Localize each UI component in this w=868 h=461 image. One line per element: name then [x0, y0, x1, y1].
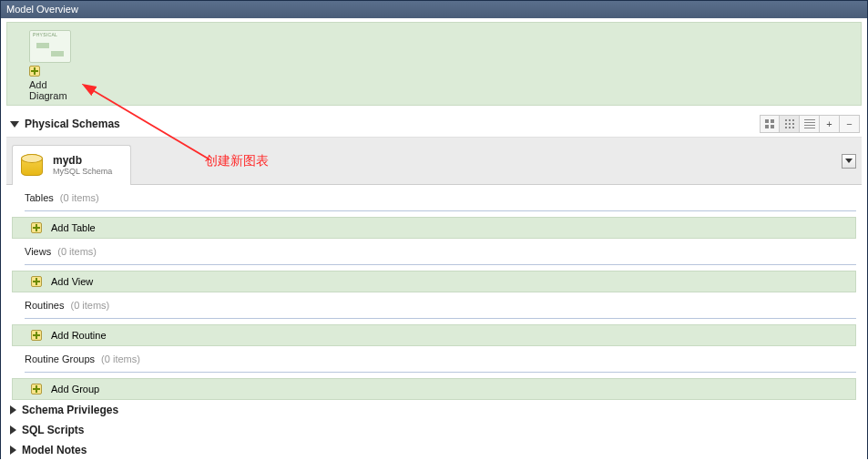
diagram-thumb-icon: [29, 30, 71, 63]
view-toolbar: + −: [760, 115, 860, 133]
remove-schema-button[interactable]: −: [840, 115, 860, 133]
plus-icon: [29, 66, 40, 77]
tables-category: Tables (0 items): [6, 185, 862, 210]
divider: [25, 264, 856, 265]
schema-name: mydb: [53, 154, 112, 167]
window-title: Model Overview: [6, 4, 78, 15]
expand-icon: [10, 446, 16, 455]
routine-groups-category: Routine Groups (0 items): [6, 346, 862, 372]
schema-privileges-header[interactable]: Schema Privileges: [6, 400, 862, 420]
model-overview-window: Model Overview Add Diagram Physical Sche…: [0, 0, 868, 459]
schema-dropdown-button[interactable]: [842, 154, 856, 169]
tables-label: Tables: [25, 192, 54, 203]
physical-schemas-header: Physical Schemas + −: [6, 111, 862, 138]
model-notes-header[interactable]: Model Notes: [6, 440, 862, 460]
expand-icon: [10, 425, 16, 435]
views-label: Views: [25, 246, 51, 257]
physical-schemas-title: Physical Schemas: [25, 118, 120, 130]
add-schema-button[interactable]: +: [820, 115, 840, 133]
schema-tabbar: mydb MySQL Schema: [6, 138, 862, 185]
add-routine-button[interactable]: Add Routine: [12, 324, 856, 346]
divider: [25, 372, 856, 373]
titlebar: Model Overview: [1, 1, 867, 18]
schema-subtitle: MySQL Schema: [53, 167, 112, 176]
database-icon: [20, 151, 46, 179]
divider: [25, 210, 856, 211]
add-table-label: Add Table: [51, 222, 96, 233]
add-view-label: Add View: [51, 276, 93, 287]
add-routine-label: Add Routine: [51, 330, 107, 341]
divider: [25, 318, 856, 319]
routines-count: (0 items): [70, 300, 109, 311]
schema-body: Tables (0 items) Add Table Views (0 item…: [6, 185, 862, 400]
expand-icon: [10, 405, 16, 415]
plus-icon: [31, 384, 42, 394]
add-group-button[interactable]: Add Group: [12, 378, 856, 400]
routines-category: Routines (0 items): [6, 292, 862, 318]
routine-groups-label: Routine Groups: [25, 353, 95, 364]
view-large-icons-button[interactable]: [760, 115, 780, 133]
list-icon: [804, 119, 815, 128]
add-table-button[interactable]: Add Table: [12, 217, 856, 239]
diagram-area: Add Diagram: [6, 22, 862, 106]
views-count: (0 items): [57, 246, 97, 257]
add-diagram-button[interactable]: Add Diagram: [29, 30, 82, 101]
schema-tab-mydb[interactable]: mydb MySQL Schema: [12, 145, 131, 185]
plus-icon: [31, 222, 42, 233]
views-category: Views (0 items): [6, 239, 862, 264]
tables-count: (0 items): [60, 192, 99, 203]
grid-small-icon: [785, 119, 794, 128]
collapse-toggle-icon[interactable]: [10, 121, 19, 128]
grid-large-icon: [765, 119, 774, 128]
add-group-label: Add Group: [51, 384, 99, 394]
routine-groups-count: (0 items): [101, 353, 140, 364]
plus-icon: [31, 330, 42, 341]
routines-label: Routines: [25, 300, 64, 311]
add-diagram-label: Add Diagram: [29, 79, 82, 101]
sql-scripts-title: SQL Scripts: [22, 424, 84, 436]
content-area: Add Diagram Physical Schemas + − mydb My…: [1, 18, 867, 460]
view-list-button[interactable]: [800, 115, 820, 133]
sql-scripts-header[interactable]: SQL Scripts: [6, 420, 862, 440]
plus-icon: [31, 276, 42, 287]
add-view-button[interactable]: Add View: [12, 271, 856, 292]
model-notes-title: Model Notes: [22, 444, 87, 456]
view-small-icons-button[interactable]: [780, 115, 800, 133]
schema-privileges-title: Schema Privileges: [22, 404, 118, 416]
